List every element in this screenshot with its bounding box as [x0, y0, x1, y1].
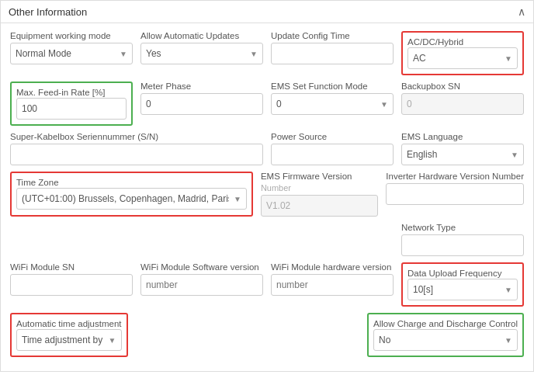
select-wrapper-ems-set-function-mode: 0 ▼: [271, 93, 394, 115]
select-allow-charge-discharge[interactable]: No Yes: [373, 329, 518, 351]
field-wifi-module-software: WiFi Module Software version: [140, 262, 263, 307]
field-update-config-time: Update Config Time: [271, 31, 394, 75]
field-inverter-hardware-version: Inverter Hardware Version Number: [386, 172, 524, 217]
sublabel-ems-firmware-version: Number: [261, 183, 378, 193]
select-automatic-time-adjustment[interactable]: Time adjustment by IP ac: [16, 329, 122, 351]
label-super-kabelbox-sn: Super-Kabelbox Seriennummer (S/N): [10, 132, 263, 141]
label-wifi-module-hardware: WiFi Module hardware version: [271, 262, 394, 272]
field-ems-set-function-mode: EMS Set Function Mode 0 ▼: [271, 82, 394, 126]
input-wifi-module-software[interactable]: [140, 274, 263, 296]
spacer-row5-left: [10, 223, 263, 256]
select-equipment-working-mode[interactable]: Normal Mode: [10, 43, 133, 64]
label-ems-firmware-version: EMS Firmware Version: [261, 172, 378, 181]
select-allow-automatic-updates[interactable]: Yes No: [140, 43, 263, 64]
field-data-upload-frequency: Data Upload Frequency 10[s] 30[s] 60[s] …: [401, 262, 524, 307]
label-data-upload-frequency: Data Upload Frequency: [407, 269, 501, 278]
field-ac-dc-hybrid: AC/DC/Hybrid AC DC Hybrid ▼: [401, 31, 524, 75]
label-update-config-time: Update Config Time: [271, 31, 394, 40]
label-allow-automatic-updates: Allow Automatic Updates: [140, 31, 263, 40]
input-super-kabelbox-sn[interactable]: [10, 144, 263, 165]
label-wifi-module-software: WiFi Module Software version: [140, 262, 263, 272]
collapse-icon[interactable]: ∧: [518, 5, 525, 18]
input-network-type[interactable]: [401, 234, 524, 256]
label-ems-set-function-mode: EMS Set Function Mode: [271, 82, 394, 91]
label-ac-dc-hybrid: AC/DC/Hybrid: [407, 37, 463, 47]
label-max-feed-in-rate: Max. Feed-in Rate [%]: [16, 88, 105, 97]
field-allow-automatic-updates: Allow Automatic Updates Yes No ▼: [140, 31, 263, 75]
label-network-type: Network Type: [401, 223, 524, 232]
select-wrapper-allow-automatic-updates: Yes No ▼: [140, 43, 263, 64]
field-automatic-time-adjustment: Automatic time adjustment Time adjustmen…: [10, 313, 128, 357]
spacer-row7-2: [251, 313, 359, 357]
field-ems-language: EMS Language English ▼: [401, 132, 524, 165]
select-wrapper-ac-dc-hybrid: AC DC Hybrid ▼: [407, 47, 518, 69]
label-meter-phase: Meter Phase: [140, 82, 263, 91]
select-wrapper-ems-language: English ▼: [401, 144, 524, 165]
input-meter-phase[interactable]: [140, 93, 263, 115]
label-wifi-module-sn: WiFi Module SN: [10, 262, 133, 272]
label-time-zone: Time Zone: [16, 178, 59, 187]
field-super-kabelbox-sn: Super-Kabelbox Seriennummer (S/N): [10, 132, 263, 165]
field-network-type: Network Type: [401, 223, 524, 256]
other-information-panel: Other Information ∧ Equipment working mo…: [0, 0, 534, 372]
select-time-zone[interactable]: (UTC+01:00) Brussels, Copenhagen, Madrid…: [16, 188, 247, 210]
panel-title: Other Information: [9, 6, 87, 18]
field-time-zone: Time Zone (UTC+01:00) Brussels, Copenhag…: [10, 172, 253, 217]
input-update-config-time[interactable]: [271, 43, 394, 64]
select-ems-set-function-mode[interactable]: 0: [271, 93, 394, 115]
select-wrapper-data-upload-frequency: 10[s] 30[s] 60[s] ▼: [407, 279, 518, 300]
label-ems-language: EMS Language: [401, 132, 524, 141]
field-meter-phase: Meter Phase: [140, 82, 263, 126]
field-power-source: Power Source: [271, 132, 394, 165]
spacer-row5-mid: [271, 223, 394, 256]
label-power-source: Power Source: [271, 132, 394, 141]
label-inverter-hardware-version: Inverter Hardware Version Number: [386, 172, 524, 181]
label-backupbox-sn: Backupbox SN: [401, 82, 524, 91]
select-wrapper-allow-charge-discharge: No Yes ▼: [373, 329, 518, 351]
spacer-row7-1: [136, 313, 244, 357]
field-equipment-working-mode: Equipment working mode Normal Mode ▼: [10, 31, 133, 75]
select-data-upload-frequency[interactable]: 10[s] 30[s] 60[s]: [407, 279, 518, 300]
input-max-feed-in-rate[interactable]: [16, 98, 127, 120]
field-ems-firmware-version: EMS Firmware Version Number: [261, 172, 378, 217]
panel-header: Other Information ∧: [1, 1, 533, 23]
input-inverter-hardware-version[interactable]: [386, 183, 524, 205]
input-ems-firmware-version: [261, 195, 378, 217]
input-wifi-module-hardware[interactable]: [271, 274, 394, 296]
select-wrapper-automatic-time-adjustment: Time adjustment by IP ac ▼: [16, 329, 122, 351]
field-wifi-module-hardware: WiFi Module hardware version: [271, 262, 394, 307]
field-allow-charge-discharge: Allow Charge and Discharge Control No Ye…: [367, 313, 524, 357]
select-wrapper-time-zone: (UTC+01:00) Brussels, Copenhagen, Madrid…: [16, 188, 247, 210]
input-backupbox-sn[interactable]: [401, 93, 524, 115]
select-ems-language[interactable]: English: [401, 144, 524, 165]
label-equipment-working-mode: Equipment working mode: [10, 31, 133, 40]
label-automatic-time-adjustment: Automatic time adjustment: [16, 319, 122, 328]
select-ac-dc-hybrid[interactable]: AC DC Hybrid: [407, 47, 518, 69]
input-wifi-module-sn[interactable]: [10, 274, 133, 296]
field-backupbox-sn: Backupbox SN: [401, 82, 524, 126]
panel-body: Equipment working mode Normal Mode ▼ All…: [1, 23, 533, 371]
select-wrapper-equipment-working-mode: Normal Mode ▼: [10, 43, 133, 64]
field-wifi-module-sn: WiFi Module SN: [10, 262, 133, 307]
label-allow-charge-discharge: Allow Charge and Discharge Control: [373, 319, 518, 328]
input-power-source[interactable]: [271, 144, 394, 165]
field-max-feed-in-rate: Max. Feed-in Rate [%]: [10, 82, 133, 126]
